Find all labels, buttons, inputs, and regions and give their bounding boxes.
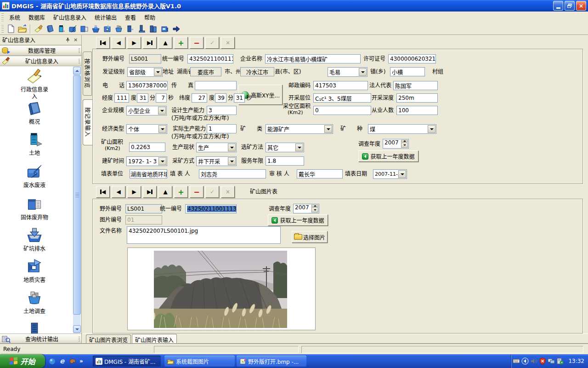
dressing-method-combo[interactable]: 其它 (266, 143, 304, 152)
language-icon[interactable] (521, 357, 529, 365)
mineral-combo[interactable]: 煤 (368, 124, 436, 134)
nav2-add-button[interactable]: + (174, 186, 188, 198)
fill-date-combo[interactable]: 2007-11-13 (373, 169, 407, 179)
dropdown-arrow-icon[interactable] (428, 125, 435, 133)
drainage-icon[interactable] (90, 24, 101, 34)
minimize-button[interactable] (553, 1, 563, 11)
column-icon[interactable] (136, 24, 147, 34)
nav1-last-button[interactable]: ▶ (143, 37, 157, 49)
auditor-input[interactable]: 戴长华 (297, 169, 343, 178)
latitude-deg-input[interactable]: 27 (192, 93, 207, 103)
dropdown-arrow-icon[interactable] (359, 68, 367, 76)
sidebar-item-partial[interactable] (0, 322, 69, 334)
sidebar-item-solid-waste[interactable]: 固体废弃物 (0, 196, 69, 221)
menu-mine-info-entry[interactable]: 矿山信息录入 (49, 12, 90, 23)
tab-picture-browse[interactable]: 矿山图片表浏览 (86, 334, 131, 344)
nav2-post-button[interactable]: ✓ (205, 186, 219, 198)
nav2-up-button[interactable]: ▲ (158, 186, 172, 198)
mine-class-combo[interactable]: 能源矿产 (266, 124, 333, 134)
sidebar-group-query-output[interactable]: 查询统计输出 (0, 334, 81, 344)
pic-fetch-previous-year-button[interactable]: 获取上一年度数据 (268, 214, 328, 226)
building-in-icon[interactable] (125, 24, 136, 34)
nav1-delete-button[interactable]: − (190, 37, 204, 49)
nav1-next-button[interactable]: ▶ (127, 37, 141, 49)
latitude-min-input[interactable]: 39 (215, 93, 226, 103)
land-icon[interactable] (56, 24, 67, 34)
pic-survey-year-spinner[interactable]: 2007 (293, 204, 319, 213)
fill-person-input[interactable]: 刘志尧 (199, 169, 266, 178)
overview-icon[interactable] (45, 24, 55, 34)
wastewater-icon[interactable] (68, 24, 78, 34)
twin-building-icon[interactable] (148, 24, 158, 34)
dropdown-arrow-icon[interactable] (398, 170, 406, 178)
fetch-previous-year-button[interactable]: 获取上一年度数据 (358, 150, 418, 162)
prefecture-input[interactable]: 冷水江市 (240, 67, 274, 76)
menu-statistics-output[interactable]: 统计输出 (90, 12, 121, 23)
unified-no-input[interactable]: 43250211001113 (187, 54, 233, 63)
gauss-xy-button[interactable]: 高斯XY坐... (238, 85, 283, 105)
network-icon[interactable] (548, 357, 555, 365)
scroll-up-button[interactable] (73, 67, 81, 75)
start-button[interactable]: 开始 (0, 354, 45, 368)
taskbar-clock[interactable]: 13:32 (566, 358, 584, 364)
dropdown-arrow-icon[interactable] (228, 157, 236, 165)
dropdown-arrow-icon[interactable] (154, 68, 162, 76)
sidebar-group-database[interactable]: 数据库管理 (0, 45, 81, 56)
new-document-icon[interactable] (6, 24, 16, 34)
economy-type-combo[interactable]: 个体 (126, 124, 167, 134)
postcode-input[interactable]: 417503 (313, 81, 368, 90)
sidebar-item-geo-disaster[interactable]: 地质灾害 (0, 259, 69, 284)
spin-down-icon[interactable] (401, 143, 408, 148)
sidebar-item-land[interactable]: 土地 (0, 132, 69, 157)
quick-launch-ie-icon[interactable]: e (58, 357, 66, 365)
keyboard-icon[interactable] (513, 357, 520, 365)
town-input[interactable]: 小横 (390, 67, 425, 76)
fill-unit-input[interactable]: 湖南省地质环境 (130, 169, 167, 178)
field-no-input[interactable]: LS001 (129, 54, 161, 63)
nav2-next-button[interactable]: ▶ (127, 186, 141, 198)
open-folder-icon[interactable] (17, 24, 28, 34)
production-status-combo[interactable]: 生产 (196, 143, 237, 152)
scroll-down-button[interactable] (73, 325, 81, 333)
nav1-prev-button[interactable]: ◀ (112, 37, 125, 49)
scale-combo[interactable]: 小型企业 (126, 106, 167, 115)
restore-button[interactable] (565, 1, 575, 11)
license-no-input[interactable]: 4300000620321 (388, 54, 436, 63)
volume-icon[interactable] (530, 357, 537, 365)
actual-capacity-input[interactable]: 1 (207, 124, 237, 133)
pin-icon[interactable] (64, 37, 71, 43)
menu-system[interactable]: 系统 (5, 12, 24, 23)
close-button[interactable]: × (576, 1, 586, 11)
county-combo[interactable]: 毛易 (328, 67, 368, 77)
longitude-sec-input[interactable]: 7 (156, 93, 167, 103)
design-capacity-input[interactable]: 3 (207, 106, 237, 115)
quick-launch-paint-icon[interactable] (68, 357, 76, 365)
service-years-input[interactable]: 1.8 (266, 156, 304, 166)
tab-picture-entry[interactable]: 矿山图片表输入 (132, 334, 177, 345)
security-shield-icon[interactable] (539, 357, 546, 365)
taskbar-task-bmp-paint[interactable]: 野外版打开.bmp -... (237, 356, 306, 367)
sidebar-item-admin-info[interactable]: 行政信息录入 (0, 68, 69, 100)
nav2-prev-button[interactable]: ◀ (112, 186, 125, 198)
mining-layer-input[interactable]: C₁c¹ 3、5煤层 (313, 93, 371, 103)
dropdown-arrow-icon[interactable] (158, 157, 166, 165)
dropdown-arrow-icon[interactable] (158, 125, 166, 133)
menu-view[interactable]: 查看 (121, 12, 140, 23)
sidebar-item-overview[interactable]: 概况 (0, 100, 69, 126)
scroll-thumb[interactable] (73, 75, 81, 315)
latitude-sec-input[interactable]: 31 (234, 93, 245, 103)
admin-entry-icon[interactable] (33, 24, 44, 34)
land-survey-icon[interactable] (113, 24, 124, 34)
longitude-deg-input[interactable]: 111 (114, 93, 129, 103)
sidebar-scrollbar[interactable] (73, 67, 81, 333)
phone-input[interactable]: 13607387000 (126, 81, 168, 90)
geo-disaster-icon[interactable] (102, 24, 113, 34)
menu-database[interactable]: 数据库 (24, 12, 49, 23)
longitude-min-input[interactable]: 31 (137, 93, 148, 103)
nav1-add-button[interactable]: + (174, 37, 188, 49)
dropdown-arrow-icon[interactable] (158, 107, 166, 115)
tab-record-entry[interactable]: 按记录输入 (83, 99, 92, 145)
pic-field-no-input[interactable]: LS001 (125, 204, 162, 213)
nav1-first-button[interactable]: ◀ (96, 37, 110, 49)
exit-icon[interactable] (171, 24, 181, 34)
